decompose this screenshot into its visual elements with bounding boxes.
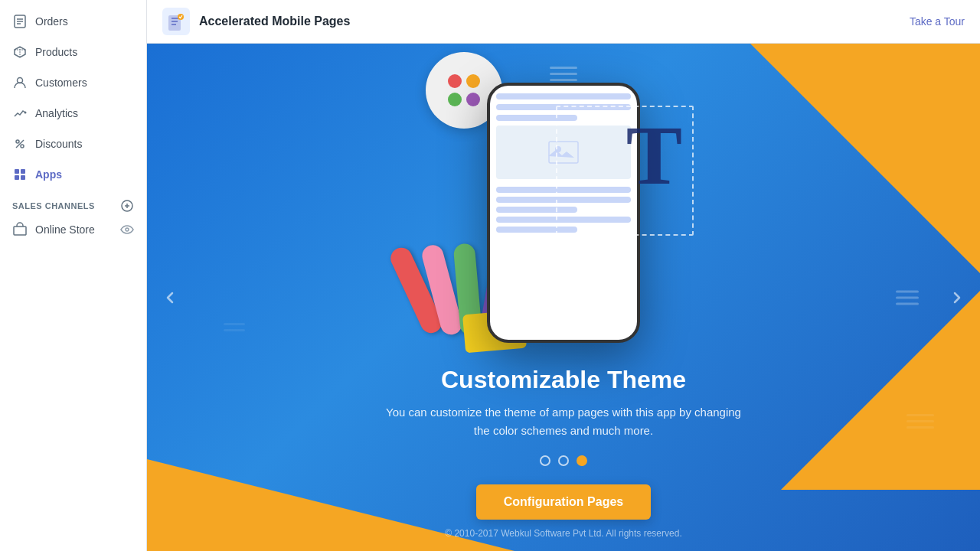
palette-dot-orange xyxy=(466,74,480,88)
take-tour-link[interactable]: Take a Tour xyxy=(910,15,965,28)
palette-dot-green xyxy=(448,93,462,106)
sidebar-item-customers[interactable]: Customers xyxy=(0,67,146,98)
app-header: Accelerated Mobile Pages Take a Tour xyxy=(147,0,980,44)
sidebar-item-products-label: Products xyxy=(35,46,77,58)
sidebar: Orders Products Customers xyxy=(0,0,147,551)
deco-lines-mid-right xyxy=(896,290,919,305)
phone-illustration: T xyxy=(456,75,671,350)
sidebar-item-apps[interactable]: Apps xyxy=(0,159,146,190)
slide-title: Customizable Theme xyxy=(380,366,747,394)
sidebar-item-customers-label: Customers xyxy=(35,77,87,89)
palette-dot-red xyxy=(448,74,462,88)
sales-channels-section: SALES CHANNELS xyxy=(0,190,146,216)
online-store-row: Online Store xyxy=(0,216,146,243)
phone-line-1 xyxy=(496,93,631,99)
app-logo xyxy=(162,8,190,35)
online-store-icon xyxy=(12,222,28,237)
sidebar-item-orders[interactable]: Orders xyxy=(0,6,146,37)
sidebar-item-analytics[interactable]: Analytics xyxy=(0,98,146,129)
configuration-pages-button[interactable]: Configuration Pages xyxy=(476,484,651,520)
sidebar-item-discounts[interactable]: Discounts xyxy=(0,129,146,159)
eye-icon[interactable] xyxy=(120,223,134,236)
dot-nav-2[interactable] xyxy=(558,455,569,466)
analytics-icon xyxy=(12,106,28,121)
orders-icon xyxy=(12,14,28,29)
svg-point-8 xyxy=(16,140,19,143)
slide-content: Customizable Theme You can customize the… xyxy=(364,366,763,520)
svg-point-7 xyxy=(24,112,27,114)
svg-point-19 xyxy=(126,228,129,231)
svg-point-9 xyxy=(21,145,24,148)
discounts-icon xyxy=(12,136,28,152)
footer-copyright: © 2010-2017 Webkul Software Pvt Ltd. All… xyxy=(445,528,681,539)
sidebar-item-online-store[interactable]: Online Store xyxy=(12,222,95,237)
sidebar-item-orders-label: Orders xyxy=(35,15,68,28)
svg-rect-18 xyxy=(14,227,26,235)
deco-lines-left-mid xyxy=(224,323,245,331)
deco-orange-top-right xyxy=(750,44,980,273)
palette-dot-purple xyxy=(466,93,480,106)
products-icon xyxy=(12,44,28,60)
add-sales-channel-icon[interactable] xyxy=(120,199,134,213)
dots-navigation xyxy=(380,455,747,466)
apps-icon xyxy=(12,167,28,182)
next-slide-button[interactable] xyxy=(942,282,972,313)
sidebar-item-discounts-label: Discounts xyxy=(35,138,82,150)
svg-rect-13 xyxy=(15,175,19,180)
sidebar-item-analytics-label: Analytics xyxy=(35,107,78,119)
deco-orange-bottom-right xyxy=(781,291,980,490)
online-store-label: Online Store xyxy=(35,223,95,236)
svg-rect-12 xyxy=(21,169,25,174)
customers-icon xyxy=(12,75,28,90)
slide-description: You can customize the theme of amp pages… xyxy=(380,403,747,440)
slider-area: T Customizable Theme You can customize t… xyxy=(147,44,980,551)
typography-T: T xyxy=(626,113,682,197)
main-content: Accelerated Mobile Pages Take a Tour xyxy=(147,0,980,551)
dot-nav-3[interactable] xyxy=(577,455,587,466)
app-title: Accelerated Mobile Pages xyxy=(199,15,350,28)
sidebar-item-apps-label: Apps xyxy=(35,168,62,181)
sidebar-item-products[interactable]: Products xyxy=(0,37,146,67)
svg-rect-11 xyxy=(15,169,19,174)
svg-rect-14 xyxy=(21,175,25,180)
phone-home-button xyxy=(559,321,568,331)
dot-nav-1[interactable] xyxy=(540,455,550,466)
sales-channels-label: SALES CHANNELS xyxy=(12,201,95,210)
deco-lines-bottom-right xyxy=(906,414,934,429)
svg-line-10 xyxy=(16,140,24,148)
prev-slide-button[interactable] xyxy=(155,282,185,313)
